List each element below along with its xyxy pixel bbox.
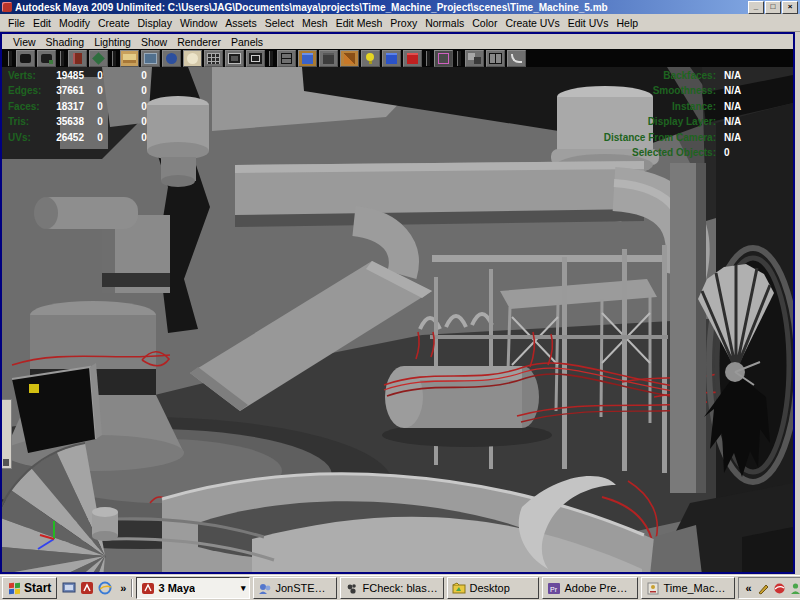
- menu-normals[interactable]: Normals: [421, 16, 468, 30]
- smooth-shade-all-icon[interactable]: [298, 50, 317, 67]
- hud-row: Faces: 18317 0 0: [8, 99, 152, 114]
- maya-task-icon: [141, 582, 155, 595]
- quick-launch-overflow-chevron[interactable]: »: [118, 582, 128, 594]
- collapsed-toolbar-strip[interactable]: [2, 399, 12, 469]
- start-label: Start: [24, 581, 51, 595]
- hud-row: UVs: 26452 0 0: [8, 130, 152, 145]
- fcheck-icon: [345, 582, 359, 595]
- menu-select[interactable]: Select: [261, 16, 298, 30]
- start-button[interactable]: Start: [2, 577, 57, 599]
- hud-object-details: Backfaces: N/A Smoothness: N/A Instance:…: [558, 68, 741, 160]
- film-gate-icon[interactable]: [225, 50, 244, 67]
- toolbar-separator: [60, 51, 64, 66]
- panel-menu-show[interactable]: Show: [136, 36, 172, 48]
- taskbar: Start » 3 Maya ▾ JonSTEWART ... FCheck: …: [0, 575, 800, 600]
- menu-proxy[interactable]: Proxy: [386, 16, 421, 30]
- title-bar[interactable]: Autodesk Maya 2009 Unlimited: C:\Users\J…: [0, 0, 800, 14]
- camera-icon[interactable]: [16, 50, 35, 67]
- panel-menu-view[interactable]: View: [8, 36, 41, 48]
- menu-edit[interactable]: Edit: [29, 16, 55, 30]
- minimize-button[interactable]: _: [748, 1, 764, 14]
- toolbar-separator: [269, 51, 273, 66]
- close-button[interactable]: ×: [782, 1, 798, 14]
- task-button-premiere[interactable]: Pr Adobe Premiere...: [542, 577, 638, 599]
- toolbar-separator: [457, 51, 461, 66]
- perspective-panel: View Shading Lighting Show Renderer Pane…: [0, 32, 795, 574]
- menu-edit-uvs[interactable]: Edit UVs: [564, 16, 613, 30]
- hud-row: Smoothness: N/A: [558, 83, 741, 98]
- menu-modify[interactable]: Modify: [55, 16, 94, 30]
- hud-row: Edges: 37661 0 0: [8, 83, 152, 98]
- task-button-time-machine[interactable]: Time_Machine_...: [641, 577, 735, 599]
- time-machine-doc-icon: [646, 582, 660, 595]
- 2d-pan-zoom-icon[interactable]: [162, 50, 181, 67]
- menu-mesh[interactable]: Mesh: [298, 16, 332, 30]
- screen: { "window": { "title": "Autodesk Maya 20…: [0, 0, 800, 600]
- pen-tablet-icon[interactable]: [757, 582, 770, 595]
- wireframe-icon[interactable]: [277, 50, 296, 67]
- group-dropdown-arrow[interactable]: ▾: [241, 583, 246, 593]
- panel-menu-shading[interactable]: Shading: [41, 36, 90, 48]
- menu-create-uvs[interactable]: Create UVs: [501, 16, 563, 30]
- menu-color[interactable]: Color: [468, 16, 501, 30]
- hud-row: Tris: 35638 0 0: [8, 114, 152, 129]
- shadows-icon[interactable]: [403, 50, 422, 67]
- task-button-desktop[interactable]: Desktop: [447, 577, 539, 599]
- use-all-lights-icon[interactable]: [382, 50, 401, 67]
- bake-icon[interactable]: [120, 50, 139, 67]
- panel-menu-lighting[interactable]: Lighting: [89, 36, 136, 48]
- viewport[interactable]: Verts: 19485 0 0 Edges: 37661 0 0 Faces:…: [2, 67, 793, 572]
- premiere-icon: Pr: [547, 582, 561, 595]
- hud-row: Distance From Camera: N/A: [558, 130, 741, 145]
- wireframe-on-shaded-icon[interactable]: [486, 50, 505, 67]
- show-desktop-icon[interactable]: [62, 581, 77, 595]
- toolbar-separator: [8, 51, 12, 66]
- menu-window[interactable]: Window: [176, 16, 221, 30]
- lighting-icon[interactable]: [361, 50, 380, 67]
- resolution-gate-icon[interactable]: [246, 50, 265, 67]
- red-status-icon[interactable]: [773, 582, 786, 595]
- menu-create[interactable]: Create: [94, 16, 134, 30]
- camera-bookmark-icon[interactable]: [89, 50, 108, 67]
- grease-pencil-icon[interactable]: [183, 50, 202, 67]
- menu-edit-mesh[interactable]: Edit Mesh: [332, 16, 387, 30]
- system-tray: « 17:54: [738, 577, 800, 599]
- internet-explorer-icon[interactable]: [98, 581, 113, 595]
- flat-shade-icon[interactable]: [319, 50, 338, 67]
- hud-row: Verts: 19485 0 0: [8, 68, 152, 83]
- maya-quicklaunch-icon[interactable]: [80, 581, 95, 595]
- task-button-fcheck[interactable]: FCheck: blast7...: [340, 577, 444, 599]
- toolbar-separator: [112, 51, 116, 66]
- menu-file[interactable]: File: [4, 16, 29, 30]
- panel-menu-renderer[interactable]: Renderer: [172, 36, 226, 48]
- task-button-messenger[interactable]: JonSTEWART ...: [253, 577, 337, 599]
- textured-icon[interactable]: [340, 50, 359, 67]
- image-plane-icon[interactable]: [141, 50, 160, 67]
- taskbar-divider: [131, 579, 133, 597]
- toolbar-separator: [426, 51, 430, 66]
- hud-row: Selected Objects: 0: [558, 145, 741, 160]
- bookmark-icon[interactable]: [68, 50, 87, 67]
- camera-select-icon[interactable]: [37, 50, 56, 67]
- quick-launch: [60, 581, 115, 595]
- custom-curve-icon[interactable]: [507, 50, 526, 67]
- isolate-select-icon[interactable]: [434, 50, 453, 67]
- maya-app-icon: [2, 2, 12, 12]
- maximize-button[interactable]: □: [765, 1, 781, 14]
- user-status-icon[interactable]: [789, 582, 800, 595]
- svg-text:Pr: Pr: [550, 585, 558, 592]
- xray-icon[interactable]: [465, 50, 484, 67]
- hud-row: Instance: N/A: [558, 99, 741, 114]
- messenger-icon: [258, 582, 272, 595]
- menu-display[interactable]: Display: [133, 16, 175, 30]
- windows-flag-icon: [8, 582, 21, 594]
- menu-assets[interactable]: Assets: [221, 16, 261, 30]
- panel-menu-panels[interactable]: Panels: [226, 36, 268, 48]
- hud-row: Display Layer: N/A: [558, 114, 741, 129]
- grid-icon[interactable]: [204, 50, 223, 67]
- menu-help[interactable]: Help: [613, 16, 643, 30]
- desktop-folder-icon: [452, 582, 466, 595]
- task-button-maya-group[interactable]: 3 Maya ▾: [136, 577, 250, 599]
- panel-toolbar: [2, 49, 793, 67]
- tray-chevron[interactable]: «: [743, 582, 753, 594]
